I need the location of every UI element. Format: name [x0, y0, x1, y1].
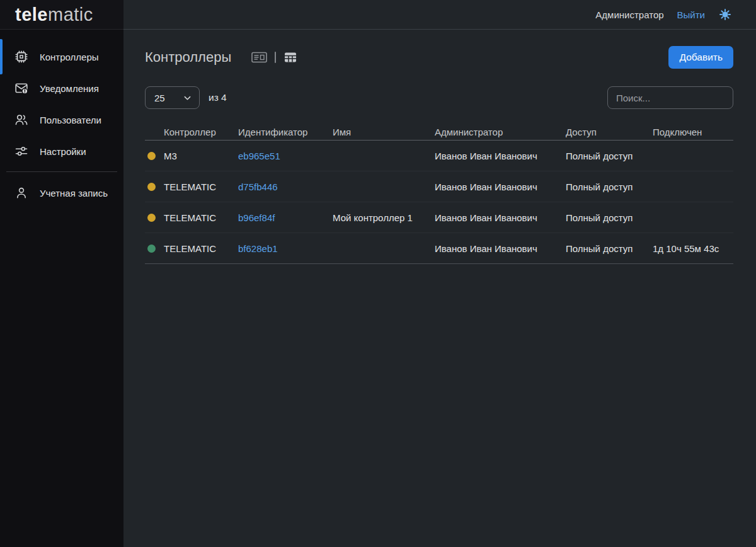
cell-controller: М3 — [164, 151, 238, 161]
status-dot — [147, 183, 156, 191]
page-title: Контроллеры — [145, 49, 231, 66]
cell-controller: TELEMATIC — [164, 181, 238, 192]
cell-access: Полный доступ — [566, 212, 653, 223]
sliders-icon — [14, 144, 29, 159]
users-icon — [14, 112, 29, 127]
table-row: TELEMATIC b96ef84f Мой контроллер 1 Иван… — [145, 202, 733, 233]
logout-link[interactable]: Выйти — [677, 9, 705, 20]
col-access: Доступ — [566, 127, 653, 137]
theme-toggle-sun-icon[interactable] — [718, 8, 732, 21]
cell-admin: Иванов Иван Иванович — [435, 181, 566, 192]
sidebar: telematic Контроллеры — [0, 0, 123, 547]
cell-admin: Иванов Иван Иванович — [435, 243, 566, 254]
search-input[interactable] — [607, 86, 733, 109]
cell-connected: 1д 10ч 55м 43с — [653, 243, 733, 254]
view-toggle-separator — [275, 52, 276, 63]
sidebar-item-controllers[interactable]: Контроллеры — [0, 41, 123, 72]
person-icon — [14, 185, 29, 200]
sidebar-divider — [6, 171, 117, 172]
status-dot — [147, 152, 156, 160]
cell-identifier-link[interactable]: bf628eb1 — [238, 243, 333, 254]
cell-access: Полный доступ — [566, 151, 653, 161]
page-size-value: 25 — [154, 93, 165, 103]
add-button[interactable]: Добавить — [668, 46, 733, 69]
sidebar-item-settings[interactable]: Настройки — [0, 135, 123, 167]
sidebar-item-notifications[interactable]: Уведомления — [0, 72, 123, 104]
cell-admin: Иванов Иван Иванович — [435, 151, 566, 161]
logo-text-light: matic — [48, 4, 93, 25]
col-admin: Администратор — [435, 127, 566, 137]
col-connected: Подключен — [653, 127, 733, 137]
table-view-icon[interactable] — [283, 50, 298, 65]
chevron-down-icon — [183, 93, 192, 103]
sidebar-nav: Контроллеры Уведомления — [0, 30, 123, 209]
status-dot — [147, 214, 156, 222]
page-header: Контроллеры Добавить — [145, 46, 733, 69]
topbar: Администратор Выйти — [123, 0, 756, 30]
cell-identifier-link[interactable]: d75fb446 — [238, 181, 333, 192]
page-size-select[interactable]: 25 — [145, 86, 200, 109]
card-view-icon[interactable] — [251, 50, 268, 64]
controllers-table: Контроллер Идентификатор Имя Администрат… — [145, 124, 733, 264]
cell-access: Полный доступ — [566, 181, 653, 192]
cell-name: Мой контроллер 1 — [333, 212, 435, 223]
view-toggle — [251, 50, 298, 65]
chip-icon — [14, 49, 29, 64]
sidebar-item-label: Пользователи — [40, 115, 101, 125]
cell-admin: Иванов Иван Иванович — [435, 212, 566, 223]
status-dot — [147, 245, 156, 253]
logo-text-bold: tele — [15, 4, 48, 25]
total-count-label: из 4 — [209, 92, 227, 103]
sidebar-item-account[interactable]: Учетная запись — [0, 177, 123, 209]
table-controls: 25 из 4 — [145, 86, 733, 109]
sidebar-item-label: Настройки — [40, 146, 86, 157]
main-content: Контроллеры Добавить 25 — [123, 30, 756, 547]
cell-controller: TELEMATIC — [164, 212, 238, 223]
mail-alert-icon — [14, 81, 29, 96]
sidebar-item-label: Уведомления — [40, 83, 99, 94]
table-row: TELEMATIC d75fb446 Иванов Иван Иванович … — [145, 171, 733, 202]
cell-identifier-link[interactable]: b96ef84f — [238, 212, 333, 223]
cell-access: Полный доступ — [566, 243, 653, 254]
table-row: М3 eb965e51 Иванов Иван Иванович Полный … — [145, 141, 733, 171]
sidebar-item-users[interactable]: Пользователи — [0, 104, 123, 135]
col-controller: Контроллер — [164, 127, 238, 137]
col-name: Имя — [333, 127, 435, 137]
col-identifier: Идентификатор — [238, 127, 333, 137]
app-logo[interactable]: telematic — [0, 0, 123, 30]
current-user-label: Администратор — [595, 9, 663, 20]
cell-identifier-link[interactable]: eb965e51 — [238, 151, 333, 161]
table-header-row: Контроллер Идентификатор Имя Администрат… — [145, 124, 733, 141]
cell-controller: TELEMATIC — [164, 243, 238, 254]
table-row: TELEMATIC bf628eb1 Иванов Иван Иванович … — [145, 233, 733, 264]
sidebar-item-label: Контроллеры — [40, 52, 99, 62]
sidebar-item-label: Учетная запись — [40, 188, 108, 199]
